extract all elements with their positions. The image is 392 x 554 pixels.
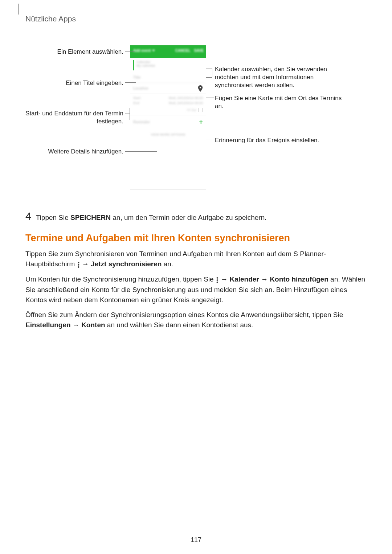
- p2-b1: Kalender: [229, 275, 259, 283]
- header-marker: [19, 4, 19, 15]
- svg-point-0: [78, 262, 79, 263]
- start-label: Start: [133, 96, 141, 100]
- allday-checkbox[interactable]: [199, 108, 203, 112]
- save-button[interactable]: SAVE: [194, 49, 204, 53]
- phone-mock: Add event CANCEL SAVE Calendar My calend…: [130, 45, 206, 189]
- title-input-row[interactable]: Title: [130, 72, 206, 83]
- svg-point-5: [216, 282, 218, 283]
- add-event-dropdown[interactable]: Add event: [133, 49, 155, 53]
- reminder-label: Reminder: [133, 120, 150, 124]
- page-number: 117: [0, 536, 392, 544]
- leader-line: [130, 108, 134, 108]
- p2-b2: Konto hinzufügen: [270, 275, 328, 283]
- page-header: Nützliche Apps: [25, 15, 367, 23]
- p3-a: Öffnen Sie zum Ändern der Synchronisieru…: [25, 311, 343, 319]
- callout-set-reminder: Erinnerung für das Ereignis einstellen.: [215, 136, 349, 144]
- calendar-label: Calendar: [136, 60, 155, 64]
- location-placeholder: Location: [133, 86, 148, 90]
- leader-line: [125, 151, 157, 152]
- step-text: Tippen Sie SPEICHERN an, um den Termin o…: [36, 214, 267, 222]
- map-pin-icon[interactable]: [198, 85, 203, 92]
- callout-enter-title: Einen Titel eingeben.: [25, 79, 123, 87]
- more-options-icon: [216, 275, 219, 285]
- p1-d: an.: [162, 260, 173, 268]
- step-prefix: Tippen Sie: [36, 214, 70, 221]
- leader-line: [206, 77, 212, 78]
- calendar-text: Calendar My calendar: [136, 60, 155, 70]
- calendar-sub: My calendar: [136, 64, 155, 67]
- leader-line: [206, 140, 214, 140]
- phone-topbar: Add event CANCEL SAVE: [130, 45, 206, 58]
- callout-select-calendar: Kalender auswählen, den Sie verwenden mö…: [215, 65, 342, 89]
- callout-add-map: Fügen Sie eine Karte mit dem Ort des Ter…: [215, 94, 342, 110]
- reminder-row[interactable]: Reminder +: [130, 115, 206, 129]
- more-options-row[interactable]: VIEW MORE OPTIONS: [130, 129, 206, 140]
- start-date-row[interactable]: Start Wed, 24/12/2014 08:00: [133, 96, 203, 100]
- p1-bold: Jetzt synchronisieren: [91, 260, 162, 268]
- p2-a: Um Konten für die Synchronisierung hinzu…: [25, 275, 216, 283]
- paragraph-2: Um Konten für die Synchronisierung hinzu…: [25, 274, 367, 305]
- leader-line: [206, 98, 214, 98]
- dates-section[interactable]: Start Wed, 24/12/2014 08:00 End Wed, 24/…: [130, 94, 206, 106]
- callout-select-element: Ein Element auswählen.: [25, 48, 123, 56]
- leader-line: [212, 73, 214, 73]
- plus-icon[interactable]: +: [199, 118, 203, 126]
- p2-arrow1: →: [219, 275, 230, 283]
- p1-arrow: →: [80, 260, 91, 268]
- more-options-icon: [77, 259, 80, 270]
- dropdown-label: Add event: [133, 49, 151, 53]
- leader-line: [125, 82, 136, 83]
- svg-point-4: [216, 279, 218, 281]
- allday-row[interactable]: All day: [130, 106, 206, 115]
- end-label: End: [133, 101, 139, 105]
- calendar-selector-row[interactable]: Calendar My calendar: [130, 58, 206, 72]
- step-suffix: an, um den Termin oder die Aufgabe zu sp…: [111, 214, 267, 221]
- topbar-actions: CANCEL SAVE: [175, 49, 204, 53]
- paragraph-3: Öffnen Sie zum Ändern der Synchronisieru…: [25, 310, 367, 330]
- callout-start-end: Start- und Enddatum für den Termin festl…: [25, 110, 123, 126]
- step-bold: SPEICHERN: [70, 214, 111, 221]
- title-placeholder: Title: [133, 75, 140, 79]
- svg-point-3: [216, 277, 218, 279]
- allday-label: All day: [187, 108, 196, 112]
- leader-line: [212, 69, 212, 69]
- start-value: Wed, 24/12/2014 08:00: [169, 96, 203, 100]
- chevron-down-icon: [152, 50, 155, 52]
- svg-point-1: [78, 264, 79, 266]
- leader-line: [206, 69, 212, 69]
- paragraph-1: Tippen Sie zum Synchronisieren von Termi…: [25, 249, 367, 269]
- p3-arrow: →: [71, 321, 82, 329]
- p2-arrow2: →: [259, 275, 270, 283]
- cancel-button[interactable]: CANCEL: [175, 49, 191, 53]
- p1-a: Tippen Sie zum Synchronisieren von Termi…: [25, 250, 326, 268]
- step-number: 4: [25, 210, 32, 222]
- p3-c: an und wählen Sie dann einen Kontodienst…: [105, 321, 253, 329]
- step-4: 4 Tippen Sie SPEICHERN an, um den Termin…: [25, 210, 367, 222]
- more-options-label: VIEW MORE OPTIONS: [151, 133, 185, 136]
- calendar-color-bar: [133, 60, 134, 70]
- end-value: Wed, 24/12/2014 09:00: [169, 101, 203, 105]
- end-date-row[interactable]: End Wed, 24/12/2014 09:00: [133, 101, 203, 105]
- callout-add-details: Weitere Details hinzufügen.: [25, 148, 123, 156]
- p3-b2: Konten: [81, 321, 105, 329]
- leader-line: [125, 52, 135, 52]
- annotated-screenshot-diagram: Add event CANCEL SAVE Calendar My calend…: [25, 45, 367, 199]
- location-input-row[interactable]: Location: [130, 83, 206, 94]
- leader-line: [130, 120, 134, 120]
- section-heading: Termine und Aufgaben mit Ihren Konten sy…: [25, 233, 367, 244]
- leader-line: [130, 108, 130, 120]
- svg-point-2: [78, 266, 79, 268]
- p3-b1: Einstellungen: [25, 321, 71, 329]
